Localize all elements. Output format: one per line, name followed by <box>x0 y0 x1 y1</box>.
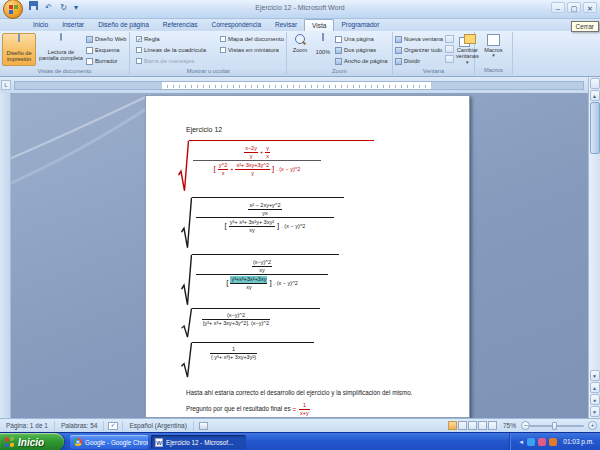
formula-suffix: . (x − y)^2 <box>274 280 298 286</box>
view-fullscreen-button[interactable] <box>458 421 467 430</box>
view-side-by-side-icon[interactable] <box>445 35 454 43</box>
vertical-ruler[interactable] <box>0 93 11 418</box>
macros-icon <box>487 34 500 46</box>
arrange-all-button[interactable]: Organizar todo <box>395 45 443 55</box>
plus-operator: + <box>260 149 263 155</box>
thumbnails-checkbox[interactable]: Vistas en miniatura <box>220 45 284 55</box>
minimize-button[interactable]: – <box>551 2 565 13</box>
zoom-slider-track[interactable] <box>528 425 584 427</box>
frac-den: ( y³+ x³)+ 3xy+3y²) <box>210 354 257 361</box>
scroll-down-button[interactable]: ▼ <box>590 370 600 381</box>
thumbnails-label: Vistas en miniatura <box>228 47 279 53</box>
tab-diseno-de-pagina[interactable]: Diseño de página <box>91 19 156 31</box>
scrollbar-thumb[interactable] <box>590 102 600 154</box>
formula-suffix: . (x − y)^2 <box>281 223 305 229</box>
network-tray-icon[interactable] <box>527 438 535 446</box>
document-page[interactable]: Ejercicio 12 x−2yy + yx [ y^2x + <box>145 95 470 418</box>
split-button[interactable]: Dividir <box>395 56 443 66</box>
start-label: Inicio <box>18 437 44 448</box>
print-layout-button[interactable]: Diseño de impresión <box>2 33 36 66</box>
vertical-scrollbar[interactable]: ▲ ▼ ▲ ● ▼ <box>588 77 600 418</box>
fullscreen-reading-button[interactable]: Lectura de pantalla completa <box>38 33 84 66</box>
macros-button[interactable]: Macros ▾ <box>479 33 509 65</box>
document-area: Ejercicio 12 x−2yy + yx [ y^2x + <box>0 93 588 418</box>
one-page-label: Una página <box>344 36 374 42</box>
start-button[interactable]: Inicio <box>0 433 64 450</box>
page-count[interactable]: Página: 1 de 1 <box>0 421 55 431</box>
group-label-ventana: Ventana <box>393 67 474 76</box>
volume-tray-icon[interactable] <box>549 438 557 446</box>
outline-button[interactable]: Esquema <box>86 45 126 55</box>
zoom-level[interactable]: 75% <box>503 422 516 429</box>
taskbar-item-word-active[interactable]: W Ejercicio 12 - Microsof... <box>151 435 246 449</box>
gridlines-checkbox[interactable]: Líneas de la cuadrícula <box>136 45 218 55</box>
taskbar: Inicio Google - Google Chrome W Ejercici… <box>0 432 600 450</box>
new-window-icon <box>395 36 402 43</box>
title-bar: ↶ ↻ ▾ Ejercicio 12 - Microsoft Word – ▢ … <box>0 0 600 19</box>
zoom-slider-thumb[interactable] <box>552 422 557 430</box>
group-mostrar-u-ocultar: ✓ Regla Líneas de la cuadrícula Barra de… <box>131 32 287 75</box>
taskbar-item-chrome[interactable]: Google - Google Chrome <box>70 435 148 449</box>
view-shortcuts <box>448 421 497 430</box>
word-icon: W <box>155 438 163 447</box>
next-page-button[interactable]: ▼ <box>590 406 600 417</box>
ruler-checkbox[interactable]: ✓ Regla <box>136 34 218 44</box>
proofing-status-icon[interactable] <box>108 422 118 430</box>
equals-sign: = <box>292 406 296 413</box>
close-button[interactable]: ✕ <box>583 2 597 13</box>
synchronous-scrolling-icon[interactable] <box>445 45 454 53</box>
tab-selector-button[interactable]: L <box>1 80 11 90</box>
tray-collapse-chevron-icon[interactable]: ◄ <box>518 439 524 445</box>
messenger-tray-icon[interactable] <box>538 438 546 446</box>
word-count[interactable]: Palabras: 54 <box>55 421 105 431</box>
frac-num: x² − 2xy+y^2 <box>248 202 281 209</box>
status-bar: Página: 1 de 1 Palabras: 54 Español (Arg… <box>0 418 600 432</box>
draft-button[interactable]: Borrador <box>86 56 126 66</box>
one-page-button[interactable]: Una página <box>335 34 388 44</box>
taskbar-item-chrome-label: Google - Google Chrome <box>85 439 148 446</box>
language-indicator[interactable]: Español (Argentina) <box>122 421 193 431</box>
previous-page-button[interactable]: ▲ <box>590 382 600 393</box>
frac-num-highlighted: y³+x³+3x²+3xy <box>230 276 267 283</box>
tab-inicio[interactable]: Inicio <box>26 19 55 31</box>
web-layout-button[interactable]: Diseño Web <box>86 34 126 44</box>
document-map-checkbox[interactable]: Mapa del documento <box>220 34 284 44</box>
view-web-layout-button[interactable] <box>468 421 477 430</box>
tab-referencias[interactable]: Referencias <box>156 19 205 31</box>
page-width-button[interactable]: Ancho de página <box>335 56 388 66</box>
tab-vista[interactable]: Vista <box>304 19 334 31</box>
taskbar-clock[interactable]: 01:03 p.m. <box>563 438 594 445</box>
tab-revisar[interactable]: Revisar <box>268 19 304 31</box>
tab-programador[interactable]: Programador <box>334 19 386 31</box>
ruler-toggle-button[interactable] <box>590 78 600 89</box>
zoom-100-button[interactable]: 100% <box>313 33 333 66</box>
formula-suffix: . (x − y)^2 <box>276 166 300 172</box>
restore-button[interactable]: ▢ <box>567 2 581 13</box>
status-misc-icon[interactable] <box>199 422 208 430</box>
view-outline-button[interactable] <box>478 421 487 430</box>
new-window-button[interactable]: Nueva ventana <box>395 34 443 44</box>
document-map-label: Mapa del documento <box>228 36 284 42</box>
zoom-button[interactable]: Zoom <box>289 33 311 66</box>
zoom-in-button[interactable]: + <box>588 421 597 430</box>
result-fraction: = 1x+y <box>292 402 310 416</box>
ruler-band: L <box>0 77 588 93</box>
select-browse-object-button[interactable]: ● <box>590 394 600 405</box>
scroll-up-button[interactable]: ▲ <box>590 90 600 101</box>
view-print-layout-button[interactable] <box>448 421 457 430</box>
formula-block-3: (x−y)^2xy [ y³+x³+3x²+3xyxy ] . (x − y)^… <box>181 254 339 306</box>
horizontal-ruler[interactable] <box>14 81 584 90</box>
bracket: ] <box>272 165 274 173</box>
frac-den: y <box>250 170 255 177</box>
arrange-all-label: Organizar todo <box>404 47 442 53</box>
checkbox-checked-icon: ✓ <box>136 36 142 42</box>
fullscreen-reading-icon <box>54 34 68 48</box>
two-pages-button[interactable]: Dos páginas <box>335 45 388 55</box>
window-title: Ejercicio 12 - Microsoft Word <box>0 4 600 11</box>
view-draft-button[interactable] <box>488 421 497 430</box>
reset-window-position-icon[interactable] <box>445 55 454 63</box>
tab-correspondencia[interactable]: Correspondencia <box>205 19 269 31</box>
radical-icon <box>181 254 192 306</box>
tab-insertar[interactable]: Insertar <box>55 19 91 31</box>
frac-den: xy <box>248 227 256 234</box>
